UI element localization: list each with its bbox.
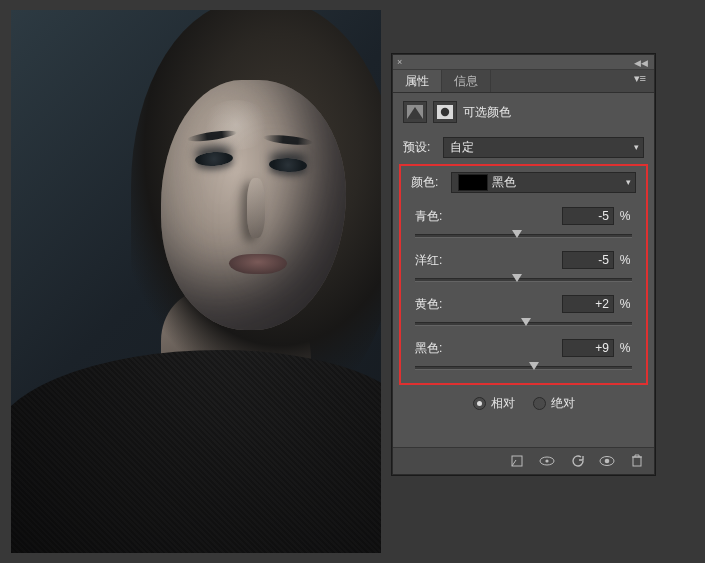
panel-tabs: 属性 信息 ▾≡ [393, 70, 654, 93]
clip-icon[interactable] [508, 452, 526, 470]
slider-thumb[interactable] [512, 274, 522, 282]
slider-1: 洋红:-5% [405, 241, 642, 285]
slider-unit: % [618, 341, 632, 355]
preset-row: 预设: 自定 ▾ [393, 133, 654, 164]
slider-value-input[interactable]: -5 [562, 251, 614, 269]
svg-point-3 [441, 108, 449, 116]
method-radio-group: 相对 绝对 [393, 385, 654, 418]
trash-icon[interactable] [628, 452, 646, 470]
svg-point-8 [605, 459, 610, 464]
slider-thumb[interactable] [521, 318, 531, 326]
chevron-down-icon: ▾ [626, 177, 631, 187]
color-label: 颜色: [411, 174, 445, 191]
slider-unit: % [618, 253, 632, 267]
chevron-down-icon: ▾ [634, 142, 639, 152]
color-select[interactable]: 黑色 ▾ [451, 172, 636, 193]
slider-thumb[interactable] [512, 230, 522, 238]
panel-footer [393, 447, 654, 474]
preset-select[interactable]: 自定 ▾ [443, 137, 644, 158]
view-previous-icon[interactable] [538, 452, 556, 470]
radio-relative-label: 相对 [491, 395, 515, 412]
slider-2: 黄色:+2% [405, 285, 642, 329]
adjustment-type-icon [403, 101, 427, 123]
slider-0: 青色:-5% [405, 197, 642, 241]
radio-relative[interactable]: 相对 [473, 395, 515, 412]
slider-label: 洋红: [415, 252, 562, 269]
tab-properties[interactable]: 属性 [393, 69, 442, 92]
svg-point-6 [545, 459, 548, 462]
slider-track[interactable] [415, 229, 632, 241]
panel-titlebar[interactable]: × ◀◀ [393, 55, 654, 70]
layer-mask-icon[interactable] [433, 101, 457, 123]
reset-icon[interactable] [568, 452, 586, 470]
close-icon[interactable]: × [397, 57, 402, 67]
radio-dot [533, 397, 546, 410]
adjustment-header: 可选颜色 [393, 93, 654, 133]
slider-track[interactable] [415, 317, 632, 329]
slider-track[interactable] [415, 361, 632, 373]
radio-absolute-label: 绝对 [551, 395, 575, 412]
panel-menu-icon[interactable]: ▾≡ [626, 70, 654, 92]
color-value: 黑色 [492, 174, 516, 191]
slider-unit: % [618, 297, 632, 311]
highlighted-region: 颜色: 黑色 ▾ 青色:-5%洋红:-5%黄色:+2%黑色:+9% [399, 164, 648, 385]
portrait-illustration [11, 10, 381, 553]
slider-3: 黑色:+9% [405, 329, 642, 373]
slider-thumb[interactable] [529, 362, 539, 370]
color-row: 颜色: 黑色 ▾ [405, 170, 642, 197]
radio-dot [473, 397, 486, 410]
slider-value-input[interactable]: -5 [562, 207, 614, 225]
color-swatch [458, 174, 488, 191]
collapse-icon[interactable]: ◀◀ [634, 58, 648, 68]
sliders-group: 青色:-5%洋红:-5%黄色:+2%黑色:+9% [405, 197, 642, 373]
slider-label: 黑色: [415, 340, 562, 357]
slider-label: 青色: [415, 208, 562, 225]
preset-label: 预设: [403, 139, 437, 156]
properties-panel: × ◀◀ 属性 信息 ▾≡ 可选颜色 预设: 自定 ▾ 颜色: 黑色 [392, 54, 655, 475]
tab-info[interactable]: 信息 [442, 70, 491, 92]
slider-unit: % [618, 209, 632, 223]
slider-value-input[interactable]: +2 [562, 295, 614, 313]
visibility-icon[interactable] [598, 452, 616, 470]
slider-track[interactable] [415, 273, 632, 285]
svg-rect-9 [633, 457, 641, 466]
adjustment-title: 可选颜色 [463, 104, 511, 121]
radio-absolute[interactable]: 绝对 [533, 395, 575, 412]
slider-value-input[interactable]: +9 [562, 339, 614, 357]
preset-value: 自定 [450, 139, 474, 156]
document-canvas[interactable] [11, 10, 381, 553]
slider-label: 黄色: [415, 296, 562, 313]
